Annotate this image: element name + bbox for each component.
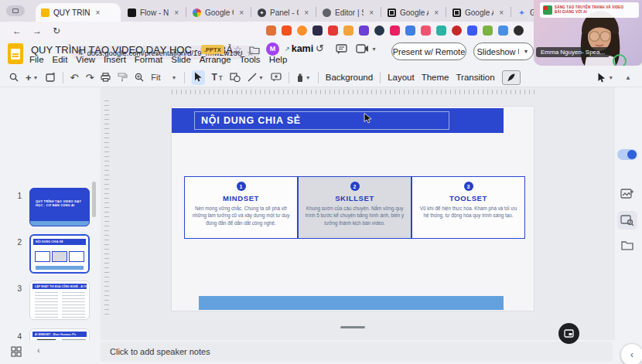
shapes-tool-icon[interactable]	[230, 73, 241, 82]
browser-extension-icon[interactable]	[266, 26, 276, 36]
card-toolset[interactable]: 3 TOOLSET Vũ khí để hiện thực hóa. Khám …	[411, 176, 525, 239]
browser-extension-icon[interactable]	[452, 26, 462, 36]
collapse-toolbar-icon[interactable]: ▲	[625, 74, 631, 81]
open-in-window-icon[interactable]	[46, 73, 56, 82]
menu-file[interactable]: File	[29, 55, 44, 67]
extension-toggle[interactable]	[617, 149, 637, 160]
tab-close-icon[interactable]: ×	[434, 9, 439, 17]
reload-icon[interactable]: ↻	[53, 26, 60, 36]
menu-format[interactable]: Format	[135, 55, 162, 67]
comments-icon[interactable]	[336, 44, 347, 54]
new-slide-button[interactable]: +▼	[26, 72, 39, 83]
tab-google-one[interactable]: Google On ×	[187, 3, 249, 22]
browser-extension-icon[interactable]	[343, 26, 353, 36]
slideshow-button[interactable]: Slideshow ▼	[473, 43, 534, 60]
print-icon[interactable]	[101, 73, 111, 82]
floating-corner-button[interactable]: ‹	[620, 343, 642, 364]
browser-extension-icon[interactable]	[374, 26, 384, 36]
browser-extension-icon[interactable]	[405, 26, 415, 36]
folder-icon[interactable]	[621, 240, 633, 250]
browser-extension-icon[interactable]	[359, 26, 369, 36]
tab-close-icon[interactable]: ×	[95, 9, 100, 17]
browser-extension-icon[interactable]	[436, 26, 446, 36]
tab-close-icon[interactable]: ×	[174, 9, 179, 17]
filmstrip-scrollbar[interactable]	[92, 182, 96, 217]
select-tool-button[interactable]	[192, 70, 205, 85]
pip-camera-button[interactable]	[558, 323, 579, 344]
redo-icon[interactable]: ↷	[85, 72, 94, 83]
insert-comment-icon[interactable]	[271, 73, 282, 82]
transition-button[interactable]: Transition	[456, 73, 494, 82]
speaker-notes-input[interactable]: Click to add speaker notes	[101, 342, 613, 362]
collapse-filmstrip-icon[interactable]: ‹	[37, 345, 40, 355]
card-mindset[interactable]: 1 MINDSET Nền móng vững chắc. Chúng ta s…	[184, 176, 298, 239]
slide-editor[interactable]: NỘI DUNG CHIA SẺ 1 MINDSET Nền móng vững…	[172, 107, 534, 311]
menu-edit[interactable]: Edit	[53, 55, 68, 67]
tab-editor[interactable]: Editor | S ×	[317, 3, 379, 22]
meet-camera-button[interactable]: ▼	[356, 44, 377, 53]
profile-extension-icon[interactable]	[514, 26, 524, 36]
browser-extension-icon[interactable]	[421, 26, 431, 36]
browser-extension-icon[interactable]	[498, 26, 508, 36]
tab-close-icon[interactable]: ×	[369, 9, 374, 17]
image-search-button[interactable]	[617, 211, 637, 230]
card-number-badge: 3	[464, 182, 473, 191]
tab-google-ai-1[interactable]: Google A ×	[382, 3, 444, 22]
slides-app-icon[interactable]	[8, 43, 23, 64]
browser-extension-icon[interactable]	[467, 26, 477, 36]
zoom-in-icon[interactable]	[135, 73, 144, 82]
tab-panel-gemini[interactable]: ✦ Panel - G ×	[252, 3, 314, 22]
theme-button[interactable]: Theme	[422, 73, 449, 82]
card-skillset[interactable]: 2 SKILLSET Khung sườn của câu chuyện. Nắ…	[298, 176, 411, 239]
pointer-mode-button[interactable]: ▼	[597, 73, 613, 83]
webcam-overlay[interactable]: SÁNG TẠO TRUYỆN TRANH VÀ VIDEO BÀI GIẢNG…	[534, 0, 642, 66]
browser-extension-icon[interactable]	[483, 26, 493, 36]
line-tool[interactable]: ▼	[248, 73, 264, 82]
add-image-icon[interactable]	[620, 188, 634, 200]
zoom-fit-select[interactable]: Fit▼	[151, 73, 176, 82]
tab-google-ai-2[interactable]: Google A ×	[447, 3, 509, 22]
mote-extension-icon[interactable]: M	[266, 43, 279, 56]
text-box-tool[interactable]: Tᴛ	[212, 72, 223, 83]
browser-extension-icon[interactable]	[297, 26, 307, 36]
move-folder-icon[interactable]	[249, 46, 260, 55]
spray-tool[interactable]: ▼	[296, 73, 311, 83]
slideshow-dropdown-icon[interactable]: ▼	[518, 49, 533, 54]
back-icon[interactable]: ←	[12, 26, 22, 36]
star-document-icon[interactable]: ☆	[234, 44, 242, 55]
tab-close-icon[interactable]: ×	[239, 9, 244, 17]
slide-thumbnail-1[interactable]: QUY TRÌNH TẠO VIDEO DẠY HỌC - CƠ BẢN CÙN…	[29, 188, 90, 226]
paint-format-icon[interactable]	[118, 73, 128, 82]
menu-slide[interactable]: Slide	[171, 55, 191, 67]
menu-arrange[interactable]: Arrange	[200, 55, 231, 67]
forward-icon[interactable]: →	[32, 26, 42, 36]
browser-extension-icon[interactable]	[328, 26, 338, 36]
browser-extension-icon[interactable]	[282, 26, 292, 36]
present-remote-button[interactable]: Present w/ Remote	[391, 43, 466, 60]
undo-icon[interactable]: ↶	[70, 72, 79, 83]
tab-current-presentation[interactable]: QUY TRÌN ×	[36, 3, 121, 22]
tab-flow[interactable]: Flow - No ×	[122, 3, 184, 22]
version-history-icon[interactable]: ↺	[316, 43, 324, 54]
slide-title-textbox[interactable]: NỘI DUNG CHIA SẺ	[194, 111, 449, 130]
tab-search-icon[interactable]	[6, 5, 25, 16]
menu-insert[interactable]: Insert	[104, 55, 126, 67]
grid-view-icon[interactable]	[11, 346, 22, 357]
tab-close-icon[interactable]: ×	[304, 9, 309, 17]
menu-help[interactable]: Help	[269, 55, 288, 67]
browser-extension-icon[interactable]	[312, 26, 323, 36]
kami-button[interactable]: ↗ kami	[285, 43, 313, 54]
tab-label: Google On	[205, 9, 234, 17]
annotate-pen-button[interactable]	[502, 70, 521, 85]
tab-close-icon[interactable]: ×	[499, 9, 504, 17]
menu-view[interactable]: View	[76, 55, 95, 67]
slide-thumbnail-2-selected[interactable]: NỘI DUNG CHIA SẺ	[29, 234, 90, 274]
browser-extension-icon[interactable]	[390, 26, 400, 36]
layout-button[interactable]: Layout	[388, 73, 415, 82]
search-icon[interactable]	[9, 73, 19, 82]
menu-tools[interactable]: Tools	[240, 55, 261, 67]
bottom-bar: ‹ Click to add speaker notes ‹	[0, 340, 642, 364]
slide-thumbnail-3[interactable]: CẬP NHẬT THI ĐUA CÔNG NGHỆ - AI VIDEO	[29, 281, 90, 320]
notes-resize-handle[interactable]	[340, 326, 365, 328]
background-button[interactable]: Background	[326, 73, 373, 82]
